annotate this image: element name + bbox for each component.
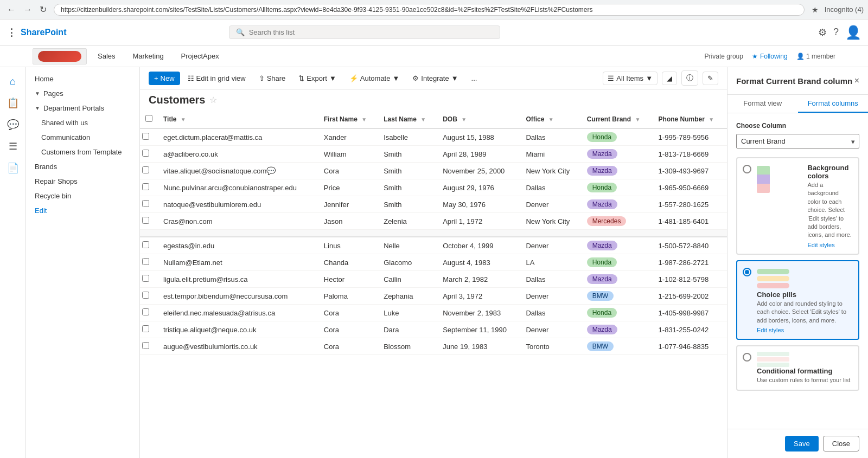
nav-dept-portals[interactable]: ▼ Department Portals: [26, 101, 139, 115]
all-items-button[interactable]: ☰ All Items ▼: [603, 72, 658, 85]
radio-background[interactable]: [743, 165, 751, 173]
column-select[interactable]: Current Brand: [736, 134, 859, 149]
radio-choice-pills[interactable]: [743, 268, 751, 276]
format-option-choice-pills[interactable]: Choice pills Add color and rounded styli…: [736, 260, 859, 340]
row-checkbox[interactable]: [140, 196, 158, 213]
row-select-checkbox[interactable]: [142, 258, 149, 265]
address-bar[interactable]: https://citizenbuilders.sharepoint.com/s…: [54, 4, 805, 16]
share-button[interactable]: ⇧ Share: [253, 72, 291, 85]
table-row[interactable]: vitae.aliquet@sociisnatoque.com💬 Cora Sm…: [140, 163, 727, 179]
row-checkbox[interactable]: [140, 237, 158, 254]
integrate-button[interactable]: ⚙ Integrate ▼: [407, 72, 463, 85]
checkbox-all[interactable]: [145, 115, 152, 122]
browser-nav[interactable]: ← → ↻: [4, 3, 49, 16]
table-row[interactable]: eleifend.nec.malesuada@atrisus.ca Cora L…: [140, 305, 727, 321]
info-button[interactable]: ⓘ: [681, 70, 698, 86]
pills-edit-styles-link[interactable]: Edit styles: [757, 327, 853, 333]
close-panel-button[interactable]: Close: [823, 436, 859, 451]
column-settings-button[interactable]: ✎: [703, 72, 718, 85]
filter-button[interactable]: ◢: [662, 72, 677, 85]
nav-recycle-bin[interactable]: Recycle bin: [26, 189, 139, 203]
row-checkbox[interactable]: [140, 338, 158, 355]
format-option-background[interactable]: Background colors Add a background color…: [736, 157, 859, 255]
grid-icon[interactable]: ⋮: [7, 27, 16, 38]
row-select-checkbox[interactable]: [142, 241, 149, 248]
col-header-dob[interactable]: DOB ▼: [437, 111, 520, 128]
row-select-checkbox[interactable]: [142, 150, 149, 157]
message-icon[interactable]: 💬: [266, 166, 276, 175]
sites-rail-icon[interactable]: ☰: [3, 137, 23, 156]
row-checkbox[interactable]: [140, 305, 158, 321]
row-checkbox[interactable]: [140, 146, 158, 163]
bookmark-button[interactable]: ★: [809, 4, 821, 15]
reload-button[interactable]: ↻: [37, 3, 49, 16]
row-select-checkbox[interactable]: [142, 275, 149, 282]
user-avatar[interactable]: 👤: [845, 25, 861, 40]
table-row[interactable]: a@aclibero.co.uk William Smith April 28,…: [140, 146, 727, 163]
radio-conditional[interactable]: [743, 353, 751, 362]
col-header-office[interactable]: Office ▼: [520, 111, 581, 128]
format-option-conditional[interactable]: Conditional formatting Use custom rules …: [736, 345, 859, 391]
table-row[interactable]: augue@vestibulumlortis.co.uk Cora Blosso…: [140, 338, 727, 355]
row-checkbox[interactable]: [140, 163, 158, 179]
search-input[interactable]: [249, 28, 493, 36]
row-checkbox[interactable]: [140, 321, 158, 338]
row-checkbox[interactable]: [140, 179, 158, 196]
nav-home[interactable]: Home: [26, 72, 139, 86]
col-header-currentbrand[interactable]: Current Brand ▼: [582, 111, 653, 128]
col-header-firstname[interactable]: First Name ▼: [318, 111, 378, 128]
row-checkbox[interactable]: [140, 128, 158, 146]
row-select-checkbox[interactable]: [142, 308, 149, 315]
nav-shared-with-us[interactable]: Shared with us: [26, 115, 139, 130]
table-row[interactable]: tristique.aliquet@neque.co.uk Cora Dara …: [140, 321, 727, 338]
home-rail-icon[interactable]: ⌂: [3, 72, 23, 91]
row-select-checkbox[interactable]: [142, 325, 149, 332]
following-button[interactable]: ★ Following: [752, 53, 788, 60]
select-all-checkbox[interactable]: [140, 111, 158, 128]
table-row[interactable]: Cras@non.com Jason Zelenia April 1, 1972…: [140, 213, 727, 230]
tab-format-columns[interactable]: Format columns: [798, 95, 869, 113]
suitebar-tab-projectapex[interactable]: ProjectApex: [175, 48, 226, 64]
col-header-lastname[interactable]: Last Name ▼: [378, 111, 437, 128]
table-row[interactable]: egestas@in.edu Linus Nelle October 4, 19…: [140, 237, 727, 254]
tab-format-view[interactable]: Format view: [727, 95, 798, 113]
col-header-title[interactable]: Title ▼: [158, 111, 318, 128]
row-select-checkbox[interactable]: [142, 342, 149, 349]
help-icon[interactable]: ?: [833, 27, 839, 38]
table-row[interactable]: eget.dictum.placerat@mattis.ca Xander Is…: [140, 128, 727, 146]
bg-edit-styles-link[interactable]: Edit styles: [808, 242, 853, 248]
new-button[interactable]: + New: [149, 72, 180, 85]
files-rail-icon[interactable]: 📄: [3, 158, 23, 178]
suitebar-tab-marketing[interactable]: Marketing: [126, 48, 170, 64]
activity-rail-icon[interactable]: 📋: [3, 93, 23, 113]
more-button[interactable]: ...: [466, 72, 483, 85]
conversations-rail-icon[interactable]: 💬: [3, 115, 23, 134]
col-header-phonenumber[interactable]: Phone Number ▼: [653, 111, 727, 128]
row-checkbox[interactable]: [140, 254, 158, 271]
nav-customers-from-template[interactable]: Customers from Template: [26, 145, 139, 159]
row-select-checkbox[interactable]: [142, 292, 149, 299]
table-row[interactable]: natoque@vestibulumlorem.edu Jennifer Smi…: [140, 196, 727, 213]
row-checkbox[interactable]: [140, 271, 158, 288]
settings-icon[interactable]: ⚙: [818, 27, 827, 38]
nav-brands[interactable]: Brands: [26, 159, 139, 174]
save-button[interactable]: Save: [785, 436, 819, 451]
search-box[interactable]: 🔍: [229, 25, 500, 39]
back-button[interactable]: ←: [4, 3, 18, 16]
panel-close-button[interactable]: ×: [854, 76, 859, 86]
row-checkbox[interactable]: [140, 288, 158, 305]
favorite-icon[interactable]: ☆: [209, 95, 217, 105]
edit-grid-button[interactable]: ☷ Edit in grid view: [182, 72, 251, 85]
nav-pages[interactable]: ▼ Pages: [26, 86, 139, 101]
table-row[interactable]: Nullam@Etiam.net Chanda Giacomo August 4…: [140, 254, 727, 271]
row-select-checkbox[interactable]: [142, 200, 149, 207]
suitebar-tab-sales[interactable]: Sales: [91, 48, 122, 64]
automate-button[interactable]: ⚡ Automate ▼: [344, 72, 405, 85]
row-select-checkbox[interactable]: [142, 166, 149, 173]
row-select-checkbox[interactable]: [142, 133, 149, 140]
nav-communication[interactable]: Communication: [26, 130, 139, 145]
nav-repair-shops[interactable]: Repair Shops: [26, 174, 139, 189]
export-button[interactable]: ⇅ Export ▼: [293, 72, 341, 85]
row-checkbox[interactable]: [140, 213, 158, 230]
table-row[interactable]: est.tempor.bibendum@neccursusa.com Palom…: [140, 288, 727, 305]
